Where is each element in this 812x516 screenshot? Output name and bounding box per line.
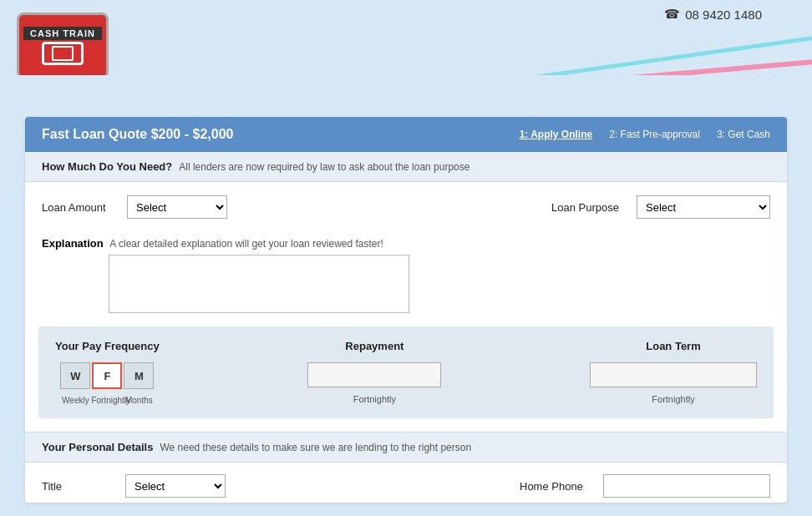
explanation-desc: A clear detailed explanation will get yo… xyxy=(109,238,383,250)
explanation-textarea[interactable] xyxy=(109,255,409,313)
jagged-svg xyxy=(0,75,812,100)
repayment-input[interactable] xyxy=(307,362,441,387)
home-phone-input[interactable] xyxy=(603,474,770,498)
repayment-label: Repayment xyxy=(345,340,403,352)
logo-text: CASH TRAIN xyxy=(23,27,102,40)
freq-monthly-btn[interactable]: M xyxy=(124,362,154,389)
loan-term-input[interactable] xyxy=(590,362,757,387)
personal-details-title: Your Personal Details xyxy=(42,441,153,453)
how-much-title: How Much Do You Need? xyxy=(42,160,172,173)
phone-icon: ☎ xyxy=(664,7,680,22)
repayment-sub: Fortnightly xyxy=(353,394,396,404)
title-select[interactable]: Select Mr Mrs Ms Miss Dr xyxy=(125,474,226,498)
repayment-group: Repayment Fortnightly xyxy=(307,340,441,404)
home-phone-group: Home Phone xyxy=(296,474,770,498)
how-much-section-header: How Much Do You Need? All lenders are no… xyxy=(25,152,787,182)
title-field-group: Title Select Mr Mrs Ms Miss Dr xyxy=(42,474,279,498)
step-2: 2: Fast Pre-approval xyxy=(609,129,700,140)
pay-frequency-group: Your Pay Frequency W F M Weekly Fortnigh… xyxy=(55,340,160,405)
freq-fortnightly-btn[interactable]: F xyxy=(92,362,122,389)
header: ☎ 08 9420 1480 CASH TRAIN xyxy=(0,0,812,100)
how-much-desc: All lenders are now required by law to a… xyxy=(179,161,469,173)
explanation-section: Explanation A clear detailed explanation… xyxy=(25,232,787,326)
fortnightly-label: Fortnightly xyxy=(91,396,123,405)
loan-row: Loan Amount Select $200 $300 $400 $500 $… xyxy=(25,182,787,232)
home-phone-label: Home Phone xyxy=(520,480,595,493)
monthly-label: Months xyxy=(123,396,155,405)
explanation-header: Explanation A clear detailed explanation… xyxy=(42,237,770,250)
loan-amount-group: Loan Amount Select $200 $300 $400 $500 $… xyxy=(42,195,279,219)
loan-term-group: Loan Term Fortnightly xyxy=(590,340,757,404)
pay-section: Your Pay Frequency W F M Weekly Fortnigh… xyxy=(38,326,774,418)
steps-nav: 1: Apply Online 2: Fast Pre-approval 3: … xyxy=(520,129,770,140)
weekly-label: Weekly xyxy=(59,396,91,405)
panel-header: Fast Loan Quote $200 - $2,000 1: Apply O… xyxy=(25,117,787,152)
personal-form-row: Title Select Mr Mrs Ms Miss Dr Home Phon… xyxy=(25,463,787,503)
loan-purpose-select[interactable]: Select Car Repair Medical Holiday Bills … xyxy=(637,195,770,219)
frequency-buttons: W F M xyxy=(60,362,154,389)
loan-purpose-label: Loan Purpose xyxy=(551,201,627,214)
personal-details-header: Your Personal Details We need these deta… xyxy=(25,432,787,463)
form-panel: Fast Loan Quote $200 - $2,000 1: Apply O… xyxy=(25,117,787,503)
loan-amount-label: Loan Amount xyxy=(42,201,117,214)
step-1: 1: Apply Online xyxy=(520,129,593,140)
loan-amount-select[interactable]: Select $200 $300 $400 $500 $750 $1000 $1… xyxy=(127,195,227,219)
panel-title: Fast Loan Quote $200 - $2,000 xyxy=(42,127,233,142)
step-3: 3: Get Cash xyxy=(717,129,770,140)
loan-purpose-group: Loan Purpose Select Car Repair Medical H… xyxy=(296,195,770,219)
frequency-labels: Weekly Fortnightly Months xyxy=(59,396,155,405)
phone-number: ☎ 08 9420 1480 xyxy=(664,7,762,22)
jagged-edge xyxy=(0,75,812,100)
loan-term-sub: Fortnightly xyxy=(652,394,694,404)
freq-weekly-btn[interactable]: W xyxy=(60,362,90,389)
explanation-label: Explanation xyxy=(42,237,104,250)
pay-frequency-label: Your Pay Frequency xyxy=(55,340,160,352)
personal-details-desc: We need these details to make sure we ar… xyxy=(160,442,471,453)
title-label: Title xyxy=(42,480,117,493)
pay-row: Your Pay Frequency W F M Weekly Fortnigh… xyxy=(55,340,757,405)
main-content: Fast Loan Quote $200 - $2,000 1: Apply O… xyxy=(0,100,812,516)
loan-term-label: Loan Term xyxy=(646,340,701,352)
